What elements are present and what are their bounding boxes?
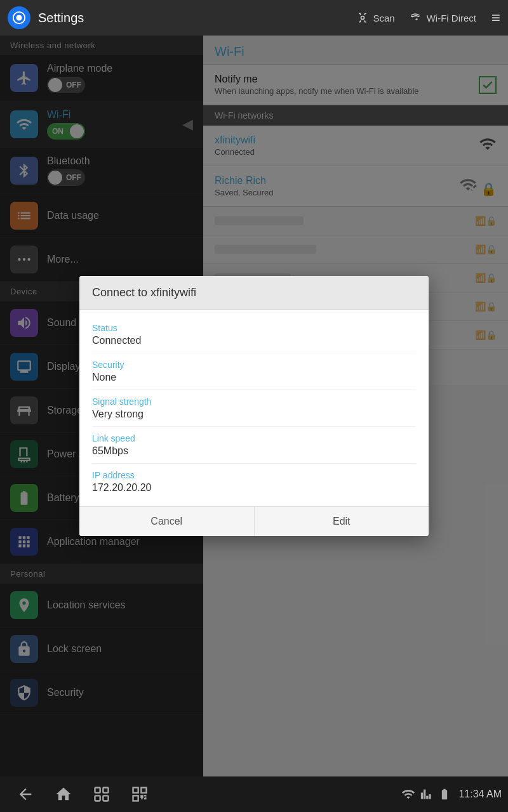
svg-point-2 xyxy=(361,16,364,20)
dialog-field-signal-value: Very strong xyxy=(92,409,416,420)
cancel-button[interactable]: Cancel xyxy=(79,507,254,536)
svg-rect-12 xyxy=(133,796,138,801)
dialog-field-security-label: Security xyxy=(92,360,416,370)
dialog-field-link: Link speed 65Mbps xyxy=(92,427,416,464)
dialog-field-status-value: Connected xyxy=(92,335,416,346)
dialog-field-ip: IP address 172.20.20.20 xyxy=(92,464,416,500)
cell-signal-icon xyxy=(420,788,433,801)
wifi-status-icon xyxy=(401,787,415,801)
dialog-field-ip-value: 172.20.20.20 xyxy=(92,482,416,494)
svg-rect-10 xyxy=(133,788,138,793)
menu-icon: ≡ xyxy=(491,9,500,27)
dialog-field-status: Status Connected xyxy=(92,317,416,353)
qr-button[interactable] xyxy=(121,780,159,808)
back-button[interactable] xyxy=(6,780,44,808)
svg-rect-11 xyxy=(141,788,146,793)
svg-rect-8 xyxy=(95,796,100,801)
app-title: Settings xyxy=(38,11,356,25)
top-bar: Settings Scan Wi-Fi Direct ≡ xyxy=(0,0,508,36)
dialog-field-status-label: Status xyxy=(92,323,416,333)
wifi-direct-label: Wi-Fi Direct xyxy=(427,13,476,23)
svg-rect-9 xyxy=(103,796,108,801)
scan-label: Scan xyxy=(373,13,394,23)
dialog-field-link-value: 65Mbps xyxy=(92,445,416,457)
svg-point-1 xyxy=(16,15,22,20)
menu-button[interactable]: ≡ xyxy=(491,9,500,27)
dialog-body: Status Connected Security None Signal st… xyxy=(79,310,429,506)
bottom-nav: 11:34 AM xyxy=(0,776,508,812)
dialog-title: Connect to xfinitywifi xyxy=(79,276,429,310)
battery-status-icon xyxy=(438,788,451,801)
dialog-overlay: Connect to xfinitywifi Status Connected … xyxy=(0,36,508,776)
svg-rect-6 xyxy=(95,788,100,793)
dialog-field-security-value: None xyxy=(92,372,416,383)
edit-button[interactable]: Edit xyxy=(254,507,429,536)
dialog-field-link-label: Link speed xyxy=(92,433,416,443)
dialog-actions: Cancel Edit xyxy=(79,506,429,536)
scan-button[interactable]: Scan xyxy=(356,11,394,24)
wifi-direct-button[interactable]: Wi-Fi Direct xyxy=(410,11,476,24)
wifi-dialog: Connect to xfinitywifi Status Connected … xyxy=(79,276,429,536)
status-time: 11:34 AM xyxy=(458,789,502,800)
dialog-field-security: Security None xyxy=(92,353,416,390)
status-bar: 11:34 AM xyxy=(401,787,502,801)
app-logo xyxy=(8,6,30,29)
dialog-field-ip-label: IP address xyxy=(92,470,416,480)
dialog-field-signal-label: Signal strength xyxy=(92,396,416,407)
dialog-field-signal: Signal strength Very strong xyxy=(92,390,416,427)
svg-rect-7 xyxy=(103,788,108,793)
home-button[interactable] xyxy=(44,780,83,808)
top-bar-actions: Scan Wi-Fi Direct ≡ xyxy=(356,9,500,27)
recents-button[interactable] xyxy=(83,780,121,808)
